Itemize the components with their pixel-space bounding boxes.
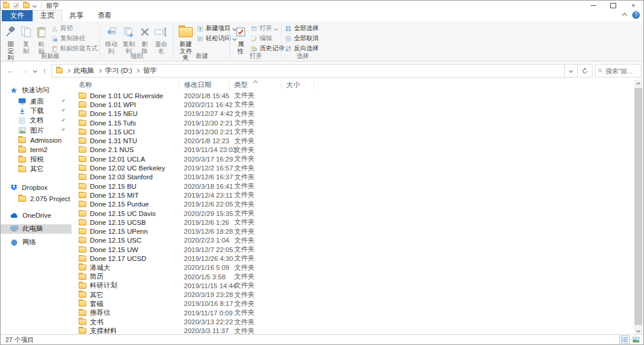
file-row[interactable]: Done 1.31 NTU2020/1/8 12:23文件夹 (72, 136, 634, 145)
file-name-cell[interactable]: Done 1.01 WPI (72, 101, 179, 108)
file-row[interactable]: Done 1.15 NEU2019/12/27 4:42文件夹 (72, 109, 634, 118)
cut-button[interactable]: 剪切 (51, 24, 98, 33)
file-row[interactable]: Done 1.15 UCI2019/12/30 2:21文件夹 (72, 127, 634, 136)
file-name-cell[interactable]: 科研计划 (72, 281, 179, 290)
sidebar-item-downloads[interactable]: 下载 (1, 106, 72, 115)
delete-button[interactable]: 删除 (138, 22, 152, 54)
select-all-button[interactable]: 全部选择 (285, 24, 319, 33)
file-name-cell[interactable]: 其它 (72, 291, 179, 299)
help-button[interactable]: ? (632, 11, 640, 19)
file-name-cell[interactable]: Done 12.01 UCLA (72, 156, 179, 163)
file-name-cell[interactable]: Done 1.31 NTU (72, 137, 179, 144)
sidebar-section-quick-access[interactable]: 快速访问 (1, 83, 72, 96)
file-name-cell[interactable]: Done 12.02 UC Berkeley (72, 165, 179, 172)
breadcrumb-this-pc[interactable]: 此电脑 (74, 66, 95, 75)
file-name-cell[interactable]: Done 12.15 UW (72, 246, 179, 253)
file-row[interactable]: Done 1.01 UC Riverside2020/1/8 15:45文件夹 (72, 91, 634, 100)
column-header-name[interactable]: 名称 (72, 80, 179, 90)
paste-shortcut-button[interactable]: 粘贴快捷方式 (51, 44, 98, 53)
scrollbar-thumb[interactable] (635, 88, 642, 325)
file-name-cell[interactable]: 推荐信 (72, 308, 179, 317)
address-dropdown-button[interactable] (565, 64, 578, 78)
breadcrumb-drive-d[interactable]: 学习 (D:) (105, 66, 132, 75)
sidebar-item-pictures[interactable]: 图片 (1, 125, 72, 135)
open-button[interactable]: 打开 (251, 24, 284, 33)
paste-button[interactable]: 粘贴 (34, 22, 49, 54)
breadcrumb[interactable]: 此电脑 学习 (D:) 留学 (51, 64, 565, 78)
tab-view[interactable]: 查看 (90, 10, 119, 21)
file-name-cell[interactable]: Done 12.15 UCSB (72, 219, 179, 226)
sidebar-item-network[interactable]: 网络 (1, 236, 72, 249)
file-row[interactable]: Done 12.15 USC2020/2/23 1:04文件夹 (72, 236, 634, 245)
file-name-cell[interactable]: Done 12.15 UPenn (72, 228, 179, 235)
file-row[interactable]: Done 12.15 BU2020/3/18 16:41文件夹 (72, 182, 634, 191)
breadcrumb-chevron-icon[interactable] (98, 69, 102, 73)
sidebar-section-onedrive[interactable]: OneDrive (1, 209, 72, 222)
file-row[interactable]: Done 12.17 UCSD2019/12/26 4:30文件夹 (72, 254, 634, 263)
file-name-cell[interactable]: 文书 (72, 318, 179, 327)
edit-button[interactable]: 编辑 (251, 34, 284, 43)
minimize-button[interactable] (583, 1, 603, 10)
qat-customize-dropdown-icon[interactable] (33, 3, 37, 7)
file-row[interactable]: 文书2020/3/13 22:22文件夹 (72, 317, 634, 326)
vertical-scrollbar[interactable] (634, 80, 643, 334)
file-name-cell[interactable]: Done 2.1 NUS (72, 146, 179, 153)
breadcrumb-chevron-icon[interactable] (66, 69, 70, 73)
file-row[interactable]: Done 12.15 Purdue2019/12/6 22:05文件夹 (72, 200, 634, 209)
scroll-down-button[interactable] (634, 326, 643, 334)
details-view-button[interactable] (619, 336, 630, 344)
sidebar-item-other[interactable]: 其它 (1, 165, 72, 174)
sidebar-item-term2[interactable]: term2 (1, 145, 72, 154)
file-row[interactable]: Done 12.15 UC Davis2020/2/29 15:35文件夹 (72, 209, 634, 218)
file-name-cell[interactable]: Done 1.01 UC Riverside (72, 92, 179, 99)
file-row[interactable]: 推荐信2019/11/17 0:09文件夹 (72, 308, 634, 317)
file-name-cell[interactable]: Done 1.15 UCI (72, 128, 179, 136)
file-row[interactable]: Done 12.15 MIT2019/12/4 23:11文件夹 (72, 191, 634, 199)
sidebar-item-desktop[interactable]: 桌面 (1, 96, 72, 106)
file-name-cell[interactable]: 支撑材料 (72, 327, 179, 334)
file-row[interactable]: Done 12.15 UW2019/12/7 22:05文件夹 (72, 245, 634, 254)
file-name-cell[interactable]: Done 12.15 Purdue (72, 201, 179, 208)
breadcrumb-chevron-icon[interactable] (135, 69, 140, 73)
file-name-cell[interactable]: Done 12.17 UCSD (72, 255, 179, 262)
file-row[interactable]: Done 1.15 Tufs2019/12/30 2:21文件夹 (72, 118, 634, 127)
file-name-cell[interactable]: 港城大 (72, 263, 179, 272)
tab-share[interactable]: 共享 (62, 10, 90, 21)
properties-button[interactable]: 属性 (233, 22, 248, 54)
copy-path-button[interactable]: 复制路径 (51, 34, 98, 43)
close-button[interactable]: × (623, 1, 643, 10)
file-name-cell[interactable]: Done 1.15 NEU (72, 110, 179, 117)
thumbnail-view-button[interactable] (630, 336, 641, 344)
history-button[interactable]: 历史记录 (251, 44, 284, 53)
scroll-up-button[interactable] (634, 80, 643, 88)
column-header-date-modified[interactable]: 修改日期 (179, 80, 229, 90)
tab-file[interactable]: 文件 (2, 10, 33, 21)
file-row[interactable]: 套磁2019/10/16 8:17文件夹 (72, 299, 634, 308)
sidebar-item-admission[interactable]: Admission (1, 136, 72, 145)
refresh-button[interactable] (578, 64, 593, 78)
qat-properties-button[interactable] (13, 2, 20, 9)
file-row[interactable]: Done 2.1 NUS2019/11/14 23:03文件夹 (72, 146, 634, 154)
file-name-cell[interactable]: 套磁 (72, 299, 179, 308)
up-button[interactable]: ↑ (43, 66, 47, 75)
file-row[interactable]: Done 12.03 Stanford2019/12/6 16:37文件夹 (72, 173, 634, 182)
file-name-cell[interactable]: Done 12.03 Stanford (72, 173, 179, 180)
file-row[interactable]: Done 1.01 WPI2020/2/11 16:42文件夹 (72, 100, 634, 109)
search-input[interactable] (606, 67, 639, 75)
minimize-ribbon-icon[interactable] (622, 12, 627, 17)
back-button[interactable]: ← (7, 66, 14, 75)
select-none-button[interactable]: 全部取消 (285, 34, 319, 43)
forward-button[interactable]: → (20, 66, 28, 75)
recent-locations-dropdown-icon[interactable] (33, 69, 37, 73)
file-row[interactable]: 科研计划2019/11/15 14:44文件夹 (72, 281, 634, 290)
column-header-type[interactable]: 类型 (229, 80, 281, 90)
invert-selection-button[interactable]: 反向选择 (285, 44, 319, 53)
search-box[interactable] (595, 64, 642, 78)
file-name-cell[interactable]: Done 12.15 BU (72, 183, 179, 190)
rename-button[interactable]: 重命名 (152, 22, 170, 54)
tab-home[interactable]: 主页 (33, 10, 62, 21)
breadcrumb-current-folder[interactable]: 留学 (143, 66, 157, 75)
file-row[interactable]: Done 12.15 UCSB2019/12/6 1:26文件夹 (72, 218, 634, 227)
move-to-button[interactable]: 移动到 (102, 22, 120, 54)
file-row[interactable]: Done 12.01 UCLA2020/3/17 16:29文件夹 (72, 154, 634, 163)
